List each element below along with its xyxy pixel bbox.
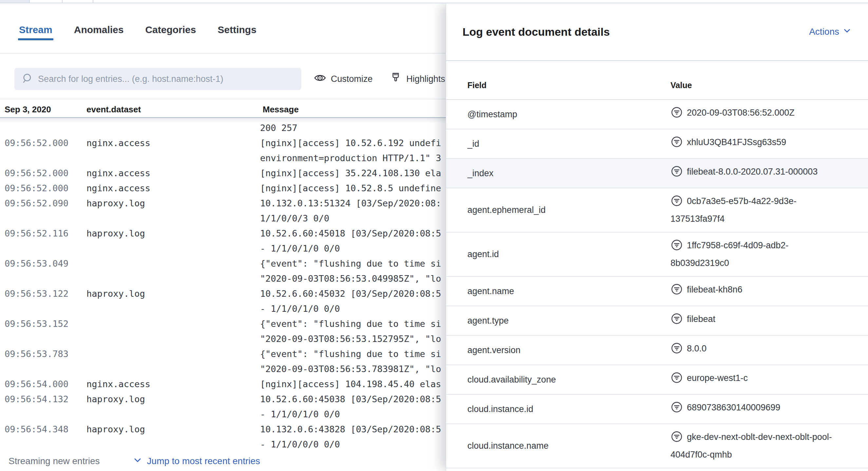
log-entry-row[interactable]: 09:56:53.783{"event": "flushing due to t… [0, 347, 446, 377]
log-entry-time: 09:56:52.090 [5, 196, 87, 226]
date-column-header: Sep 3, 2020 [5, 104, 87, 115]
log-toolbar: Customize Highlights [0, 67, 446, 90]
field-row: cloud.instance.id6890738630140009699 [446, 395, 868, 424]
log-entry-time: 09:56:53.152 [5, 316, 87, 347]
log-entry-dataset: nginx.access [87, 166, 260, 181]
field-name: _index [467, 168, 671, 179]
log-entry-dataset [87, 121, 260, 135]
log-entry-time: 09:56:52.000 [5, 135, 87, 166]
flyout-table-header: Field Value [446, 61, 868, 100]
log-entry-time: 09:56:54.000 [5, 377, 87, 392]
tab-categories[interactable]: Categories [145, 24, 196, 35]
chevron-down-icon [133, 456, 142, 467]
tab-stream[interactable]: Stream [19, 24, 53, 35]
filter-for-value-icon[interactable] [671, 194, 683, 212]
field-name: cloud.instance.name [467, 441, 671, 451]
log-entry-time: 09:56:53.049 [5, 256, 87, 286]
field-name: cloud.availability_zone [467, 375, 671, 385]
actions-button[interactable]: Actions [809, 27, 851, 37]
highlights-label: Highlights [406, 74, 445, 84]
field-name: cloud.instance.id [467, 404, 671, 414]
filter-for-value-icon[interactable] [671, 430, 683, 447]
actions-label: Actions [809, 27, 839, 37]
filter-for-value-icon[interactable] [671, 283, 683, 300]
log-entry-row[interactable]: 09:56:53.152{"event": "flushing due to t… [0, 316, 446, 347]
log-entry-dataset: haproxy.log [87, 286, 260, 316]
filter-for-value-icon[interactable] [671, 312, 683, 329]
log-column-headers: Sep 3, 2020 event.dataset Message [0, 101, 446, 117]
streaming-status: Streaming new entries [8, 456, 100, 466]
log-entry-message: 10.132.0.6:43828 [03/Sep/2020:08:5- 1/1/… [260, 422, 446, 451]
log-entry-dataset: haproxy.log [87, 422, 260, 451]
log-entry-time: 09:56:52.000 [5, 166, 87, 181]
log-entry-row[interactable]: 09:56:54.132haproxy.log10.52.6.60:45038 … [0, 392, 446, 422]
field-row: agent.typefilebeat [446, 306, 868, 336]
field-row: cloud.instance.namegke-dev-next-oblt-dev… [446, 424, 868, 468]
log-entry-row[interactable]: 09:56:52.000nginx.access[nginx][access] … [0, 181, 446, 196]
customize-button[interactable]: Customize [314, 72, 373, 87]
highlights-button[interactable]: Highlights [390, 72, 445, 87]
log-entry-message: 10.132.0.13:51324 [03/Sep/2020:08:1/1/0/… [260, 196, 446, 226]
field-name: agent.id [467, 249, 671, 259]
field-value: 8.0.0 [671, 341, 853, 359]
chrome-separator [29, 0, 30, 3]
log-entry-row[interactable]: 09:56:54.348haproxy.log10.132.0.6:43828 … [0, 422, 446, 451]
filter-for-value-icon[interactable] [671, 239, 683, 256]
log-entry-time: 09:56:52.000 [5, 181, 87, 196]
chrome-separator [93, 0, 93, 3]
field-value: filebeat-kh8n6 [671, 282, 853, 300]
filter-for-value-icon[interactable] [671, 371, 683, 388]
message-column-header: Message [260, 104, 446, 115]
log-entry-message: 10.52.6.60:45018 [03/Sep/2020:08:5- 1/1/… [260, 226, 446, 256]
brush-icon [390, 72, 402, 87]
filter-for-value-icon[interactable] [671, 135, 683, 153]
log-entry-time [5, 121, 87, 135]
field-row: cloud.machine.typen1-standard-4 [446, 468, 868, 471]
log-entry-dataset: haproxy.log [87, 392, 260, 422]
filter-for-value-icon[interactable] [671, 401, 683, 418]
filter-for-value-icon[interactable] [671, 342, 683, 359]
filter-for-value-icon[interactable] [671, 106, 683, 123]
tab-bar: StreamAnomaliesCategoriesSettings [0, 3, 446, 53]
filter-for-value-icon[interactable] [671, 165, 683, 182]
log-entry-row[interactable]: 09:56:52.000nginx.access[nginx][access] … [0, 166, 446, 181]
log-entry-time: 09:56:52.116 [5, 226, 87, 256]
log-entry-message: {"event": "flushing due to time si"2020-… [260, 316, 446, 347]
log-entry-dataset: haproxy.log [87, 196, 260, 226]
log-entry-list[interactable]: 200 25709:56:52.000nginx.access[nginx][a… [0, 118, 446, 451]
customize-label: Customize [331, 74, 373, 84]
log-entry-row[interactable]: 09:56:52.000nginx.access[nginx][access] … [0, 135, 446, 166]
log-entry-dataset: haproxy.log [87, 226, 260, 256]
log-entry-time: 09:56:53.122 [5, 286, 87, 316]
log-entry-dataset [87, 347, 260, 377]
search-input[interactable] [38, 74, 295, 84]
log-entry-row[interactable]: 09:56:52.116haproxy.log10.52.6.60:45018 … [0, 226, 446, 256]
search-field[interactable] [14, 68, 301, 90]
log-entry-message: {"event": "flushing due to time si"2020-… [260, 347, 446, 377]
field-row: _idxhluU3QB41FJSsg63s59 [446, 129, 868, 159]
field-row: _indexfilebeat-8.0.0-2020.07.31-000003 [446, 159, 868, 188]
field-name: @timestamp [467, 109, 671, 120]
divider [0, 99, 446, 99]
log-entry-row[interactable]: 09:56:53.122haproxy.log10.52.6.60:45032 … [0, 286, 446, 316]
log-entry-row[interactable]: 09:56:54.000nginx.access[nginx][access] … [0, 377, 446, 392]
log-entry-time: 09:56:54.132 [5, 392, 87, 422]
jump-to-recent-link[interactable]: Jump to most recent entries [133, 456, 260, 467]
tab-settings[interactable]: Settings [218, 24, 256, 35]
log-event-details-flyout: Log event document details Actions Field… [446, 3, 868, 471]
field-value: 2020-09-03T08:56:52.000Z [671, 105, 853, 123]
field-value: gke-dev-next-oblt-dev-next-oblt-pool-404… [671, 430, 853, 462]
field-row: agent.ephemeral_id0cb7a3e5-e57b-4a22-9d3… [446, 188, 868, 232]
field-row: agent.version8.0.0 [446, 336, 868, 365]
log-entry-row[interactable]: 09:56:52.090haproxy.log10.132.0.13:51324… [0, 196, 446, 226]
chrome-segment [0, 0, 29, 3]
flyout-title: Log event document details [463, 26, 610, 38]
field-name: agent.ephemeral_id [467, 205, 671, 215]
tab-anomalies[interactable]: Anomalies [74, 24, 124, 35]
log-entry-time: 09:56:54.348 [5, 422, 87, 451]
log-entry-row[interactable]: 200 257 [0, 121, 446, 135]
log-entry-message: [nginx][access] 35.224.108.130 ela [260, 166, 446, 181]
log-entry-row[interactable]: 09:56:53.049{"event": "flushing due to t… [0, 256, 446, 286]
log-entry-message: [nginx][access] 10.52.8.5 undefine [260, 181, 446, 196]
field-row: @timestamp2020-09-03T08:56:52.000Z [446, 100, 868, 129]
